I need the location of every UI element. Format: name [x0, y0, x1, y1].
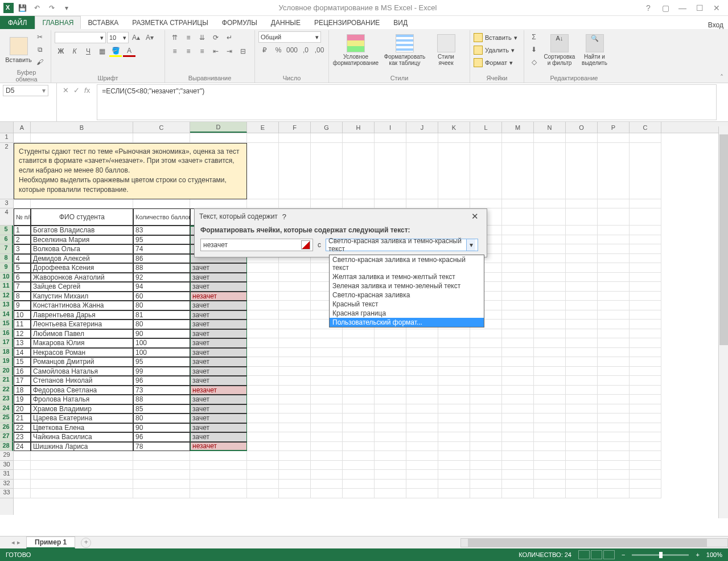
cell[interactable] — [630, 489, 661, 498]
cell[interactable] — [133, 489, 190, 498]
shrink-font-icon[interactable]: A▾ — [143, 32, 156, 43]
select-all-button[interactable] — [0, 122, 14, 133]
cell[interactable] — [598, 423, 630, 433]
ribbon-display-icon[interactable]: ▢ — [660, 3, 671, 13]
cell[interactable] — [375, 376, 406, 386]
maximize-icon[interactable]: ☐ — [694, 3, 705, 13]
cell[interactable]: Степанов Николай — [31, 376, 133, 386]
cell[interactable] — [247, 413, 279, 423]
cell[interactable] — [343, 329, 375, 339]
grow-font-icon[interactable]: A▴ — [130, 32, 142, 43]
row-header[interactable]: 22 — [0, 386, 13, 395]
cell[interactable] — [502, 263, 534, 273]
cell[interactable] — [630, 282, 661, 292]
cell[interactable] — [598, 470, 630, 480]
cell[interactable] — [375, 357, 406, 367]
tab-review[interactable]: РЕЦЕНЗИРОВАНИЕ — [307, 16, 386, 29]
row-header[interactable]: 16 — [0, 329, 13, 339]
cell[interactable] — [502, 338, 534, 348]
clear-icon[interactable]: ◇ — [528, 56, 540, 68]
cell[interactable] — [343, 451, 375, 461]
cell[interactable] — [630, 432, 661, 442]
cell[interactable] — [279, 320, 311, 329]
cell[interactable] — [598, 199, 630, 209]
cell[interactable] — [630, 357, 661, 367]
cell[interactable] — [247, 480, 279, 489]
col-header[interactable]: A — [14, 122, 31, 133]
indent-increase-icon[interactable]: ⇥ — [223, 46, 236, 57]
cell[interactable]: № п/п — [14, 208, 31, 226]
signin-link[interactable]: Вход — [708, 21, 728, 29]
cell[interactable] — [14, 199, 31, 209]
vertical-scrollbar[interactable] — [718, 126, 728, 518]
normal-view-icon[interactable] — [578, 550, 590, 559]
cell[interactable] — [279, 273, 311, 282]
cell[interactable]: зачет — [190, 395, 247, 404]
cell[interactable] — [343, 133, 375, 143]
cell[interactable] — [598, 143, 630, 199]
cell[interactable] — [470, 461, 502, 470]
cell[interactable]: 2 — [14, 235, 31, 245]
cell[interactable]: зачет — [190, 320, 247, 329]
cell[interactable] — [566, 133, 598, 143]
zoom-value[interactable]: 100% — [706, 551, 722, 558]
find-select-button[interactable]: 🔍 Найти и выделить — [579, 31, 610, 69]
cell[interactable] — [598, 226, 630, 235]
cell-styles-button[interactable]: Стили ячеек — [430, 31, 462, 69]
cell[interactable] — [598, 329, 630, 339]
cell[interactable] — [311, 143, 343, 199]
cell[interactable]: Самойлова Наталья — [31, 367, 133, 376]
cell[interactable] — [375, 348, 406, 358]
col-header[interactable]: N — [534, 122, 566, 133]
cell[interactable] — [598, 386, 630, 395]
cell[interactable]: 81 — [133, 310, 190, 320]
cell[interactable] — [406, 432, 438, 442]
cell[interactable]: 95 — [133, 357, 190, 367]
tab-view[interactable]: ВИД — [386, 16, 414, 29]
cell[interactable] — [630, 461, 661, 470]
cell[interactable] — [534, 208, 566, 226]
cell[interactable] — [343, 199, 375, 209]
cell[interactable] — [406, 386, 438, 395]
cell[interactable] — [566, 461, 598, 470]
cell[interactable]: 96 — [133, 432, 190, 442]
cell[interactable]: зачет — [190, 273, 247, 282]
tab-file[interactable]: ФАЙЛ — [0, 16, 35, 29]
cell[interactable] — [630, 480, 661, 489]
row-header[interactable]: 26 — [0, 423, 13, 433]
cell[interactable] — [279, 282, 311, 292]
row-header[interactable]: 14 — [0, 310, 13, 320]
cell[interactable] — [343, 348, 375, 358]
row-header[interactable]: 29 — [0, 451, 13, 461]
cell[interactable]: Макарова Юлия — [31, 338, 133, 348]
row-header[interactable]: 32 — [0, 480, 13, 489]
cell[interactable] — [375, 432, 406, 442]
cell[interactable] — [406, 489, 438, 498]
cell[interactable] — [438, 367, 470, 376]
cell[interactable] — [502, 282, 534, 292]
cell[interactable] — [470, 199, 502, 209]
row-header[interactable]: 17 — [0, 338, 13, 348]
dropdown-option[interactable]: Светло-красная заливка — [330, 290, 484, 300]
cell[interactable] — [406, 470, 438, 480]
align-center-icon[interactable]: ≡ — [182, 46, 195, 57]
cell[interactable]: Романцов Дмитрий — [31, 357, 133, 367]
cell[interactable] — [502, 329, 534, 339]
cell[interactable] — [470, 404, 502, 414]
cell[interactable] — [566, 301, 598, 310]
cell[interactable] — [534, 226, 566, 235]
cell[interactable] — [566, 357, 598, 367]
cell[interactable] — [438, 386, 470, 395]
cell[interactable] — [566, 480, 598, 489]
row-header[interactable]: 6 — [0, 235, 13, 245]
dialog-format-listbox[interactable]: Светло-красная заливка и темно-красный т… — [329, 255, 484, 327]
cell[interactable] — [502, 367, 534, 376]
cell[interactable] — [566, 235, 598, 245]
cell[interactable]: Храмов Владимир — [31, 404, 133, 414]
cell[interactable] — [630, 226, 661, 235]
cell[interactable] — [534, 432, 566, 442]
cell[interactable]: 83 — [133, 226, 190, 235]
cell[interactable] — [566, 329, 598, 339]
cell[interactable] — [438, 432, 470, 442]
cut-icon[interactable]: ✂ — [34, 31, 46, 43]
